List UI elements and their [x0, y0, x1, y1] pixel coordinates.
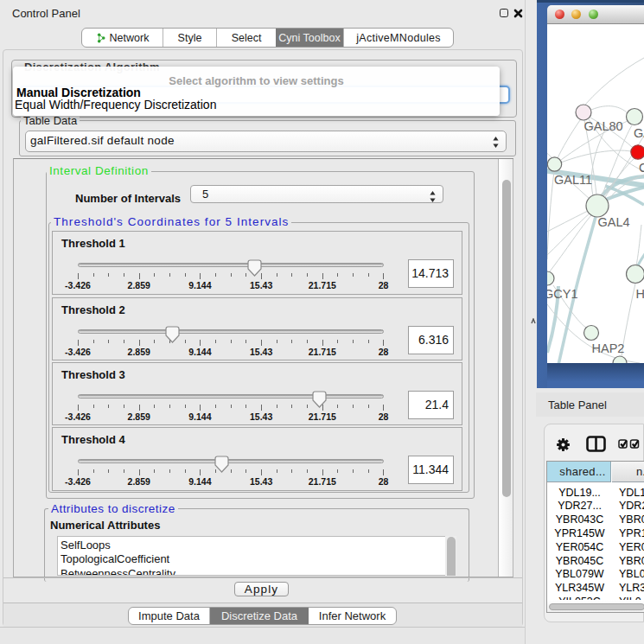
- svg-text:GAL11: GAL11: [554, 173, 592, 187]
- svg-text:GAL4: GAL4: [598, 215, 630, 229]
- svg-text:H: H: [636, 287, 644, 301]
- svg-text:HAP2: HAP2: [592, 341, 625, 355]
- svg-text:GA: GA: [634, 126, 644, 140]
- svg-text:C: C: [639, 161, 644, 175]
- svg-text:GCY1: GCY1: [547, 287, 578, 301]
- svg-text:GAL80: GAL80: [584, 119, 623, 133]
